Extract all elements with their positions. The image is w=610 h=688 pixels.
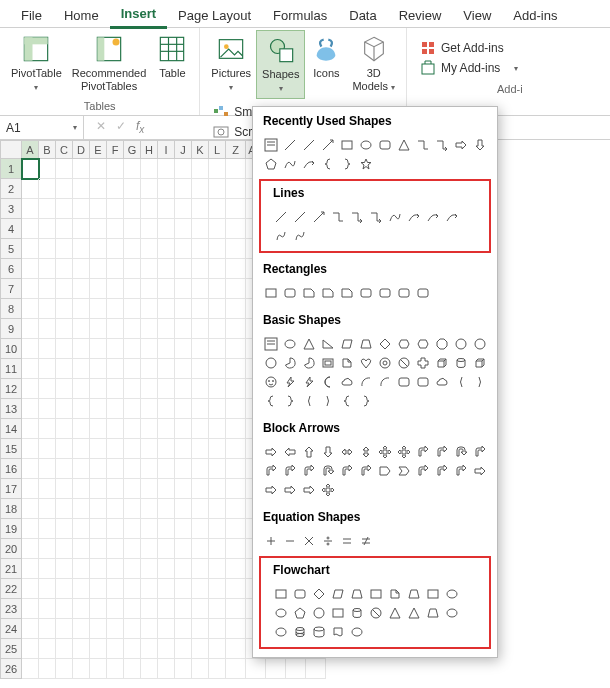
cell[interactable]: [90, 519, 107, 539]
cell[interactable]: [90, 319, 107, 339]
cell[interactable]: [39, 619, 56, 639]
cell[interactable]: [90, 399, 107, 419]
row-header[interactable]: 8: [0, 299, 22, 319]
cell[interactable]: [141, 299, 158, 319]
select-all-corner[interactable]: [0, 140, 22, 159]
cell[interactable]: [56, 499, 73, 519]
cell[interactable]: [286, 659, 306, 679]
row-header[interactable]: 10: [0, 339, 22, 359]
shape-trap[interactable]: [423, 603, 442, 622]
shape-ell[interactable]: [347, 622, 366, 641]
shape-smile[interactable]: [261, 372, 280, 391]
shape-diam[interactable]: [309, 584, 328, 603]
cell[interactable]: [39, 279, 56, 299]
cell[interactable]: [175, 459, 192, 479]
cell[interactable]: [226, 199, 246, 219]
cell[interactable]: [192, 279, 209, 299]
cell[interactable]: [73, 379, 90, 399]
cell[interactable]: [56, 519, 73, 539]
cell[interactable]: [22, 299, 39, 319]
cell[interactable]: [124, 559, 141, 579]
cell[interactable]: [226, 459, 246, 479]
cell[interactable]: [158, 439, 175, 459]
shape-pent[interactable]: [290, 603, 309, 622]
shape-rrect[interactable]: [280, 283, 299, 302]
cell[interactable]: [158, 199, 175, 219]
cell[interactable]: [22, 519, 39, 539]
cell[interactable]: [209, 359, 226, 379]
cell[interactable]: [192, 179, 209, 199]
cell[interactable]: [22, 459, 39, 479]
icons-button[interactable]: Icons: [305, 30, 347, 99]
shape-bentA[interactable]: [432, 442, 451, 461]
cell[interactable]: [73, 459, 90, 479]
cell[interactable]: [22, 499, 39, 519]
cell[interactable]: [73, 199, 90, 219]
cell[interactable]: [56, 239, 73, 259]
shape-div[interactable]: [318, 531, 337, 550]
cell[interactable]: [175, 599, 192, 619]
shape-circ[interactable]: [261, 353, 280, 372]
cell[interactable]: [226, 439, 246, 459]
cell[interactable]: [56, 579, 73, 599]
cell[interactable]: [39, 339, 56, 359]
fx-icon[interactable]: fx: [136, 119, 144, 135]
cell[interactable]: [73, 519, 90, 539]
shape-brR[interactable]: [337, 154, 356, 173]
shape-rrect[interactable]: [413, 372, 432, 391]
row-header[interactable]: 26: [0, 659, 22, 679]
cell[interactable]: [158, 359, 175, 379]
cell[interactable]: [73, 219, 90, 239]
cell[interactable]: [175, 379, 192, 399]
cell[interactable]: [192, 399, 209, 419]
row-header[interactable]: 20: [0, 539, 22, 559]
cell[interactable]: [124, 399, 141, 419]
shape-tri[interactable]: [394, 135, 413, 154]
cell[interactable]: [209, 339, 226, 359]
cell[interactable]: [73, 659, 90, 679]
cell[interactable]: [39, 659, 56, 679]
cell[interactable]: [90, 439, 107, 459]
cell[interactable]: [141, 359, 158, 379]
shape-rrect[interactable]: [413, 283, 432, 302]
shape-parL[interactable]: [451, 372, 470, 391]
cell[interactable]: [141, 239, 158, 259]
cell[interactable]: [209, 199, 226, 219]
cell[interactable]: [209, 599, 226, 619]
cell[interactable]: [192, 659, 209, 679]
cell[interactable]: [39, 539, 56, 559]
shape-bentA[interactable]: [413, 461, 432, 480]
cell[interactable]: [124, 239, 141, 259]
cell[interactable]: [192, 439, 209, 459]
shape-parR[interactable]: [318, 391, 337, 410]
table-button[interactable]: Table: [151, 30, 193, 98]
cell[interactable]: [266, 659, 286, 679]
tab-addins[interactable]: Add-ins: [502, 4, 568, 28]
tab-home[interactable]: Home: [53, 4, 110, 28]
cell[interactable]: [158, 479, 175, 499]
shape-free[interactable]: [271, 226, 290, 245]
cell[interactable]: [158, 559, 175, 579]
cell[interactable]: [209, 619, 226, 639]
cell[interactable]: [39, 259, 56, 279]
cell[interactable]: [22, 479, 39, 499]
cell[interactable]: [124, 579, 141, 599]
cell[interactable]: [22, 379, 39, 399]
cell[interactable]: [107, 219, 124, 239]
cell[interactable]: [90, 599, 107, 619]
cell[interactable]: [22, 279, 39, 299]
tab-insert[interactable]: Insert: [110, 2, 167, 29]
cell[interactable]: [124, 319, 141, 339]
cell[interactable]: [124, 599, 141, 619]
cell[interactable]: [90, 359, 107, 379]
cell[interactable]: [209, 259, 226, 279]
cell[interactable]: [124, 479, 141, 499]
shape-block[interactable]: [366, 603, 385, 622]
shape-rrect[interactable]: [290, 584, 309, 603]
cell[interactable]: [39, 479, 56, 499]
shape-arrL[interactable]: [280, 442, 299, 461]
shape-tri[interactable]: [299, 334, 318, 353]
shape-hex[interactable]: [394, 334, 413, 353]
cell[interactable]: [56, 319, 73, 339]
column-header[interactable]: G: [124, 140, 141, 159]
